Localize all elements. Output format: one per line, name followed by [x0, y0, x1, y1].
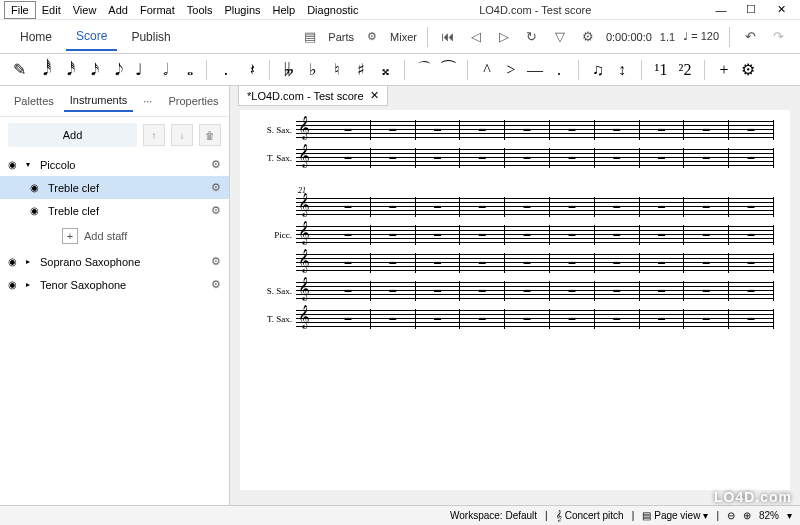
parts-icon[interactable]: ▤	[298, 25, 322, 49]
loop-icon[interactable]: ↻	[520, 25, 544, 49]
chevron-down-icon: ▾	[703, 510, 708, 521]
note-32nd[interactable]: 𝅘𝅥𝅰	[58, 61, 76, 79]
double-flat-icon[interactable]: 𝄫	[280, 61, 298, 79]
voice-2[interactable]: ²2	[676, 61, 694, 79]
rest-icon[interactable]: 𝄽	[241, 61, 259, 79]
flat-icon[interactable]: ♭	[304, 60, 322, 79]
settings-icon[interactable]: ⚙	[576, 25, 600, 49]
delete-button[interactable]: 🗑	[199, 124, 221, 146]
document-tab[interactable]: *LO4D.com - Test score ✕	[238, 86, 388, 106]
gear-icon[interactable]: ⚙	[211, 181, 221, 194]
zoom-in-button[interactable]: ⊕	[743, 510, 751, 521]
tab-publish[interactable]: Publish	[121, 24, 180, 50]
expand-icon[interactable]: ▸	[26, 280, 36, 289]
tab-home[interactable]: Home	[10, 24, 62, 50]
sharp-icon[interactable]: ♯	[352, 60, 370, 79]
menu-view[interactable]: View	[67, 2, 103, 18]
system-1: S. Sax. 𝄞 T. Sax. 𝄞	[256, 120, 774, 168]
double-sharp-icon[interactable]: 𝄪	[376, 61, 394, 79]
dot-icon[interactable]: 𝅭.	[217, 61, 235, 79]
toolbar-settings-icon[interactable]: ⚙	[739, 60, 757, 79]
zoom-out-button[interactable]: ⊖	[727, 510, 735, 521]
tree-soprano-sax[interactable]: ◉ ▸ Soprano Saxophone ⚙	[0, 250, 229, 273]
undo-icon[interactable]: ↶	[738, 25, 762, 49]
natural-icon[interactable]: ♮	[328, 60, 346, 79]
concert-pitch-toggle[interactable]: 𝄞Concert pitch	[556, 510, 624, 522]
zoom-level[interactable]: 82%	[759, 510, 779, 521]
expand-icon[interactable]: ▸	[26, 257, 36, 266]
redo-icon[interactable]: ↷	[766, 25, 790, 49]
tie-icon[interactable]: ⌒	[415, 59, 433, 80]
visibility-icon[interactable]: ◉	[8, 279, 22, 290]
add-instrument-button[interactable]: Add	[8, 123, 137, 147]
accent-icon[interactable]: >	[502, 61, 520, 79]
tree-tenor-sax[interactable]: ◉ ▸ Tenor Saxophone ⚙	[0, 273, 229, 296]
tab-palettes[interactable]: Palettes	[8, 91, 60, 111]
note-half[interactable]: 𝅗𝅥	[154, 61, 172, 79]
mixer-label[interactable]: Mixer	[388, 31, 419, 43]
note-16th[interactable]: 𝅘𝅥𝅯	[82, 61, 100, 79]
tree-treble-clef-2[interactable]: ◉ Treble clef ⚙	[0, 199, 229, 222]
tab-instruments[interactable]: Instruments	[64, 90, 133, 112]
staff[interactable]: 𝄞	[296, 281, 774, 301]
menu-help[interactable]: Help	[267, 2, 302, 18]
note-8th[interactable]: 𝅘𝅥𝅮	[106, 61, 124, 79]
visibility-icon[interactable]: ◉	[30, 205, 44, 216]
flip-icon[interactable]: ↕	[613, 61, 631, 79]
slur-icon[interactable]: ⁀	[439, 60, 457, 79]
parts-label[interactable]: Parts	[326, 31, 356, 43]
chevron-down-icon[interactable]: ▾	[787, 510, 792, 521]
play-icon[interactable]: ▷	[492, 25, 516, 49]
tree-piccolo[interactable]: ◉ ▾ Piccolo ⚙	[0, 153, 229, 176]
close-tab-icon[interactable]: ✕	[370, 89, 379, 102]
staff[interactable]: 𝄞	[296, 197, 774, 217]
tab-properties[interactable]: Properties	[162, 91, 224, 111]
note-64th[interactable]: 𝅘𝅥𝅱	[34, 61, 52, 79]
staff[interactable]: 𝄞	[296, 253, 774, 273]
menu-plugins[interactable]: Plugins	[218, 2, 266, 18]
note-whole[interactable]: 𝅝	[178, 61, 196, 79]
pencil-icon[interactable]: ✎	[10, 60, 28, 79]
move-down-button[interactable]: ↓	[171, 124, 193, 146]
menu-diagnostic[interactable]: Diagnostic	[301, 2, 364, 18]
tab-score[interactable]: Score	[66, 23, 117, 51]
staff[interactable]: 𝄞	[296, 148, 774, 168]
gear-icon[interactable]: ⚙	[211, 255, 221, 268]
tab-more[interactable]: ···	[137, 91, 158, 111]
view-mode-selector[interactable]: ▤Page view▾	[642, 510, 708, 521]
move-up-button[interactable]: ↑	[143, 124, 165, 146]
staccato-icon[interactable]: .	[550, 61, 568, 79]
menu-add[interactable]: Add	[102, 2, 134, 18]
back-icon[interactable]: ◁	[464, 25, 488, 49]
staff[interactable]: 𝄞	[296, 309, 774, 329]
menu-format[interactable]: Format	[134, 2, 181, 18]
gear-icon[interactable]: ⚙	[211, 204, 221, 217]
tuplet-icon[interactable]: ♫	[589, 61, 607, 79]
menu-edit[interactable]: Edit	[36, 2, 67, 18]
marcato-icon[interactable]: ^	[478, 61, 496, 79]
workspace-selector[interactable]: Workspace: Default	[450, 510, 537, 521]
staff[interactable]: 𝄞	[296, 225, 774, 245]
gear-icon[interactable]: ⚙	[211, 158, 221, 171]
rewind-icon[interactable]: ⏮	[436, 25, 460, 49]
maximize-button[interactable]: ☐	[736, 0, 766, 20]
menu-file[interactable]: File	[4, 1, 36, 19]
metronome-icon[interactable]: ▽	[548, 25, 572, 49]
close-button[interactable]: ✕	[766, 0, 796, 20]
visibility-icon[interactable]: ◉	[30, 182, 44, 193]
staff[interactable]: 𝄞	[296, 120, 774, 140]
visibility-icon[interactable]: ◉	[8, 159, 22, 170]
menu-tools[interactable]: Tools	[181, 2, 219, 18]
tree-treble-clef-1[interactable]: ◉ Treble clef ⚙	[0, 176, 229, 199]
minimize-button[interactable]: —	[706, 0, 736, 20]
add-staff-button[interactable]: + Add staff	[0, 222, 229, 250]
score-area[interactable]: *LO4D.com - Test score ✕ S. Sax. 𝄞 T. Sa…	[230, 86, 800, 505]
note-quarter[interactable]: ♩	[130, 60, 148, 79]
expand-icon[interactable]: ▾	[26, 160, 36, 169]
visibility-icon[interactable]: ◉	[8, 256, 22, 267]
tenuto-icon[interactable]: —	[526, 61, 544, 79]
voice-1[interactable]: ¹1	[652, 61, 670, 79]
mixer-icon[interactable]: ⚙	[360, 25, 384, 49]
add-element-icon[interactable]: +	[715, 61, 733, 79]
gear-icon[interactable]: ⚙	[211, 278, 221, 291]
